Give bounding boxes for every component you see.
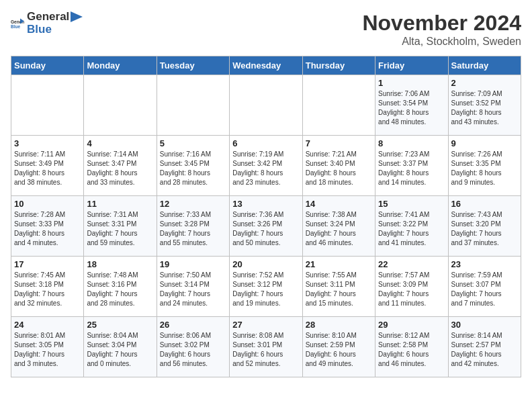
calendar-cell: 3Sunrise: 7:11 AM Sunset: 3:49 PM Daylig… (11, 136, 84, 196)
day-info: Sunrise: 8:04 AM Sunset: 3:04 PM Dayligh… (87, 331, 153, 369)
calendar-cell: 7Sunrise: 7:21 AM Sunset: 3:40 PM Daylig… (302, 136, 375, 196)
day-info: Sunrise: 7:59 AM Sunset: 3:07 PM Dayligh… (451, 271, 518, 308)
day-number: 23 (451, 259, 518, 269)
day-info: Sunrise: 7:41 AM Sunset: 3:22 PM Dayligh… (378, 210, 445, 248)
calendar-cell: 12Sunrise: 7:33 AM Sunset: 3:28 PM Dayli… (157, 196, 229, 257)
day-info: Sunrise: 7:11 AM Sunset: 3:49 PM Dayligh… (14, 150, 81, 187)
day-number: 2 (451, 78, 518, 88)
logo: General Blue General Blue (11, 11, 83, 36)
day-number: 17 (14, 259, 81, 269)
day-number: 26 (160, 320, 226, 330)
day-info: Sunrise: 7:26 AM Sunset: 3:35 PM Dayligh… (451, 150, 518, 187)
calendar-cell (302, 75, 375, 136)
logo-icon: General Blue (11, 17, 24, 30)
day-number: 11 (87, 199, 153, 209)
day-number: 3 (14, 138, 81, 148)
week-row-4: 17Sunrise: 7:45 AM Sunset: 3:18 PM Dayli… (11, 257, 521, 317)
calendar-cell: 14Sunrise: 7:38 AM Sunset: 3:24 PM Dayli… (302, 196, 375, 257)
day-info: Sunrise: 7:31 AM Sunset: 3:31 PM Dayligh… (87, 210, 153, 248)
calendar-cell: 15Sunrise: 7:41 AM Sunset: 3:22 PM Dayli… (375, 196, 448, 257)
day-number: 21 (306, 259, 372, 269)
header: General Blue General Blue November 2024 … (11, 11, 521, 48)
calendar-cell: 9Sunrise: 7:26 AM Sunset: 3:35 PM Daylig… (448, 136, 521, 196)
calendar-cell: 30Sunrise: 8:14 AM Sunset: 2:57 PM Dayli… (448, 317, 521, 377)
svg-text:Blue: Blue (11, 24, 20, 28)
day-number: 1 (378, 78, 445, 88)
calendar-cell (11, 75, 84, 136)
calendar-cell: 8Sunrise: 7:23 AM Sunset: 3:37 PM Daylig… (375, 136, 448, 196)
day-number: 15 (378, 199, 445, 209)
calendar-cell: 13Sunrise: 7:36 AM Sunset: 3:26 PM Dayli… (230, 196, 302, 257)
calendar-cell: 4Sunrise: 7:14 AM Sunset: 3:47 PM Daylig… (84, 136, 157, 196)
calendar-cell: 23Sunrise: 7:59 AM Sunset: 3:07 PM Dayli… (448, 257, 521, 317)
week-row-3: 10Sunrise: 7:28 AM Sunset: 3:33 PM Dayli… (11, 196, 521, 257)
calendar-cell: 28Sunrise: 8:10 AM Sunset: 2:59 PM Dayli… (302, 317, 375, 377)
day-info: Sunrise: 7:48 AM Sunset: 3:16 PM Dayligh… (87, 271, 153, 308)
day-info: Sunrise: 7:52 AM Sunset: 3:12 PM Dayligh… (232, 271, 299, 308)
header-wednesday: Wednesday (230, 56, 302, 75)
header-monday: Monday (84, 56, 157, 75)
day-info: Sunrise: 7:36 AM Sunset: 3:26 PM Dayligh… (232, 210, 299, 248)
day-number: 4 (87, 138, 153, 148)
day-number: 25 (87, 320, 153, 330)
day-info: Sunrise: 7:21 AM Sunset: 3:40 PM Dayligh… (306, 150, 372, 187)
day-info: Sunrise: 8:14 AM Sunset: 2:57 PM Dayligh… (451, 331, 518, 369)
calendar-cell: 19Sunrise: 7:50 AM Sunset: 3:14 PM Dayli… (157, 257, 229, 317)
day-number: 27 (232, 320, 299, 330)
calendar-cell: 10Sunrise: 7:28 AM Sunset: 3:33 PM Dayli… (11, 196, 84, 257)
calendar-cell: 11Sunrise: 7:31 AM Sunset: 3:31 PM Dayli… (84, 196, 157, 257)
week-row-2: 3Sunrise: 7:11 AM Sunset: 3:49 PM Daylig… (11, 136, 521, 196)
header-friday: Friday (375, 56, 448, 75)
day-info: Sunrise: 7:33 AM Sunset: 3:28 PM Dayligh… (160, 210, 226, 248)
day-number: 12 (160, 199, 226, 209)
location-title: Alta, Stockholm, Sweden (362, 36, 521, 48)
day-info: Sunrise: 8:12 AM Sunset: 2:58 PM Dayligh… (378, 331, 445, 369)
day-info: Sunrise: 8:06 AM Sunset: 3:02 PM Dayligh… (160, 331, 226, 369)
day-info: Sunrise: 7:55 AM Sunset: 3:11 PM Dayligh… (306, 271, 372, 308)
day-number: 8 (378, 138, 445, 148)
day-info: Sunrise: 7:06 AM Sunset: 3:54 PM Dayligh… (378, 89, 445, 127)
week-row-1: 1Sunrise: 7:06 AM Sunset: 3:54 PM Daylig… (11, 75, 521, 136)
title-area: November 2024 Alta, Stockholm, Sweden (362, 11, 521, 48)
day-number: 6 (232, 138, 299, 148)
calendar-table: SundayMondayTuesdayWednesdayThursdayFrid… (11, 56, 521, 377)
logo-blue-text: Blue (27, 24, 83, 36)
day-info: Sunrise: 7:09 AM Sunset: 3:52 PM Dayligh… (451, 89, 518, 127)
calendar-cell: 1Sunrise: 7:06 AM Sunset: 3:54 PM Daylig… (375, 75, 448, 136)
day-info: Sunrise: 7:23 AM Sunset: 3:37 PM Dayligh… (378, 150, 445, 187)
calendar-cell (157, 75, 229, 136)
week-row-5: 24Sunrise: 8:01 AM Sunset: 3:05 PM Dayli… (11, 317, 521, 377)
logo-general-text: General (27, 11, 69, 24)
logo-arrow-icon (71, 11, 83, 22)
day-number: 28 (306, 320, 372, 330)
day-info: Sunrise: 8:10 AM Sunset: 2:59 PM Dayligh… (306, 331, 372, 369)
svg-marker-3 (71, 11, 83, 22)
calendar-cell: 21Sunrise: 7:55 AM Sunset: 3:11 PM Dayli… (302, 257, 375, 317)
calendar-cell: 17Sunrise: 7:45 AM Sunset: 3:18 PM Dayli… (11, 257, 84, 317)
header-sunday: Sunday (11, 56, 84, 75)
header-saturday: Saturday (448, 56, 521, 75)
day-number: 29 (378, 320, 445, 330)
calendar-cell: 22Sunrise: 7:57 AM Sunset: 3:09 PM Dayli… (375, 257, 448, 317)
calendar-header-row: SundayMondayTuesdayWednesdayThursdayFrid… (11, 56, 521, 75)
calendar-cell: 29Sunrise: 8:12 AM Sunset: 2:58 PM Dayli… (375, 317, 448, 377)
header-thursday: Thursday (302, 56, 375, 75)
day-number: 20 (232, 259, 299, 269)
calendar-cell: 16Sunrise: 7:43 AM Sunset: 3:20 PM Dayli… (448, 196, 521, 257)
day-info: Sunrise: 7:19 AM Sunset: 3:42 PM Dayligh… (232, 150, 299, 187)
day-number: 24 (14, 320, 81, 330)
day-info: Sunrise: 7:50 AM Sunset: 3:14 PM Dayligh… (160, 271, 226, 308)
day-number: 16 (451, 199, 518, 209)
day-number: 9 (451, 138, 518, 148)
day-info: Sunrise: 7:16 AM Sunset: 3:45 PM Dayligh… (160, 150, 226, 187)
day-number: 30 (451, 320, 518, 330)
calendar-cell: 26Sunrise: 8:06 AM Sunset: 3:02 PM Dayli… (157, 317, 229, 377)
day-number: 19 (160, 259, 226, 269)
calendar-cell: 2Sunrise: 7:09 AM Sunset: 3:52 PM Daylig… (448, 75, 521, 136)
month-title: November 2024 (362, 11, 521, 36)
day-number: 5 (160, 138, 226, 148)
day-info: Sunrise: 8:08 AM Sunset: 3:01 PM Dayligh… (232, 331, 299, 369)
calendar-cell: 27Sunrise: 8:08 AM Sunset: 3:01 PM Dayli… (230, 317, 302, 377)
calendar-cell: 24Sunrise: 8:01 AM Sunset: 3:05 PM Dayli… (11, 317, 84, 377)
day-number: 14 (306, 199, 372, 209)
